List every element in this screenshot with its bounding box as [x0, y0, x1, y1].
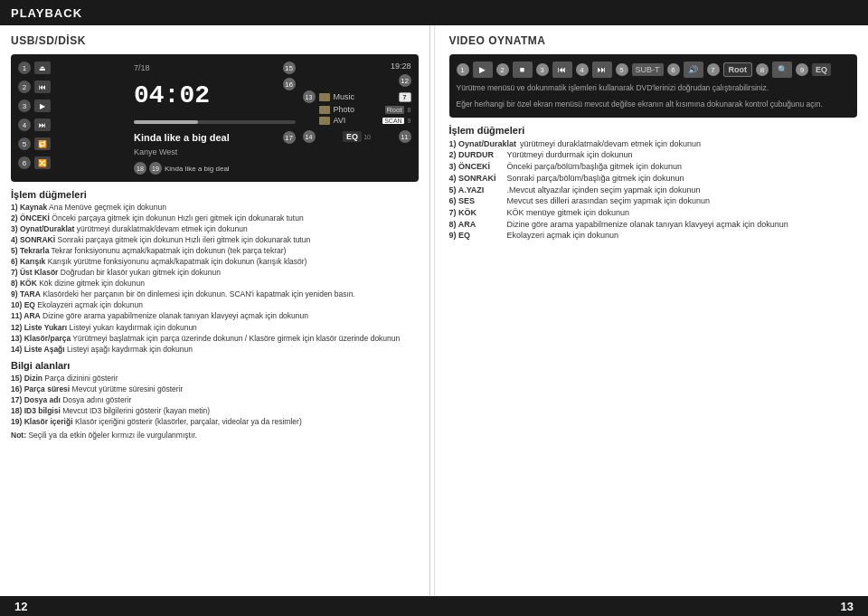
left-instr-item: 6) Karışık Karışık yürütme fonksiyonunu … [11, 257, 419, 267]
usb-section: USB/SD/DİSK [11, 34, 419, 47]
column-divider [434, 25, 435, 596]
vid-num-6[interactable]: 6 [667, 63, 680, 76]
avi-folder-row: AVI SCAN 9 [303, 116, 411, 125]
num-3: 3 [18, 100, 31, 112]
right-instr-item: 5) A.YAZI.Mevcut altyazılar içinden seçi… [449, 185, 858, 196]
root-badge-video[interactable]: Root [723, 62, 753, 77]
photo-folder-icon [319, 106, 330, 114]
num-18: 18 [134, 162, 146, 175]
source-btn[interactable]: ⏏ [34, 62, 51, 74]
video-controls: 1 ▶ 2 ■ 3 ⏮ 4 ⏭ 5 SUB-T 6 🔊 7 Root 8 🔍 [457, 62, 851, 78]
num-12: 12 [399, 74, 411, 87]
right-instr-title: İşlem düğmeleri [449, 125, 858, 136]
vid-num-9[interactable]: 9 [796, 63, 808, 76]
right-instructions: İşlem düğmeleri 1) Oynat/Duraklatyürütme… [449, 125, 858, 242]
left-section-title: USB/SD/DİSK [11, 34, 419, 47]
sub-t-badge[interactable]: SUB-T [632, 63, 664, 76]
vid-audio-btn[interactable]: 🔊 [684, 62, 703, 78]
music-label: Music [334, 92, 355, 101]
note-text: Seçili ya da etkin öğeler kırmızı ile vu… [28, 431, 197, 440]
left-instr-item: 14) Liste Aşağı Listeyi aşağı kaydırmak … [11, 345, 419, 355]
music-folder-icon [319, 93, 330, 101]
right-instr-item: 7) KÖKKÖK menüye gitmek için dokunun [449, 208, 858, 219]
progress-fill [134, 120, 198, 124]
left-instr-item: 13) Klasör/parça Yürütmeyi başlatmak içi… [11, 334, 419, 344]
main-content: USB/SD/DİSK 1 ⏏ 2 ⏮ 3 ▶ 4 ⏭ [0, 25, 868, 596]
artist-name: Kanye West [134, 147, 177, 156]
left-instr-list: 1) Kaynak Ana Menüve geçmek için dokunun… [11, 203, 419, 355]
vid-num-1[interactable]: 1 [457, 63, 469, 76]
player-row-1: 1 ⏏ [18, 62, 127, 74]
progress-bar[interactable] [134, 120, 296, 124]
avi-folder-icon [319, 117, 330, 125]
scan-badge-player: SCAN [382, 118, 403, 124]
header: PLAYBACK [0, 0, 868, 25]
vid-num-7[interactable]: 7 [707, 63, 720, 76]
vid-stop-btn[interactable]: ■ [513, 62, 533, 78]
left-instr-item: 1) Kaynak Ana Menüve geçmek için dokunun [11, 203, 419, 213]
bilgi-item: 15) Dizin Parça dizinini gösterir [11, 374, 419, 384]
right-instr-item: 8) ARADizine göre arama yapabilmenize ol… [449, 220, 858, 231]
photo-label: Photo [334, 105, 355, 114]
video-ui: 1 ▶ 2 ■ 3 ⏮ 4 ⏭ 5 SUB-T 6 🔊 7 Root 8 🔍 [449, 54, 858, 118]
left-instr-item: 4) SONRAKİ Sonraki parçaya gitmek için d… [11, 235, 419, 245]
num-label-9: 9 [408, 118, 411, 124]
num-1: 1 [18, 62, 31, 74]
num-17: 17 [283, 131, 296, 144]
num-6: 6 [18, 156, 31, 169]
num-14: 14 [303, 130, 316, 143]
vid-play-btn[interactable]: ▶ [473, 62, 493, 78]
vid-num-4[interactable]: 4 [576, 63, 589, 76]
bilgi-item: 18) ID3 bilgisi Mevcut ID3 bilgilerini g… [11, 406, 419, 416]
eq-badge-player: EQ [343, 131, 362, 142]
right-instr-item: 6) SESMevcut ses dilleri arasından seçim… [449, 196, 858, 207]
avi-label: AVI [334, 116, 346, 125]
prev-btn[interactable]: ⏮ [34, 81, 51, 93]
left-instr-item: 2) ÖNCEKİ Önceki parçaya gitmek için dok… [11, 213, 419, 223]
vid-num-3[interactable]: 3 [536, 63, 549, 76]
right-panel: VIDEO OYNATMA 1 ▶ 2 ■ 3 ⏮ 4 ⏭ 5 SUB-T 6 … [439, 25, 869, 596]
track-count: 7/18 [134, 63, 150, 72]
vid-num-8[interactable]: 8 [756, 63, 769, 76]
bilgi-list: 15) Dizin Parça dizinini gösterir16) Par… [11, 374, 419, 427]
right-instr-item: 2) DURDURYürütmeyi durdurmak için dokunu… [449, 150, 858, 161]
kinda-label-2: Kinda like a big deal [165, 165, 296, 173]
left-instr-item: 3) Oynat/Duraklat yürütmeyi duraklatmak/… [11, 224, 419, 234]
right-instr-item: 1) Oynat/Duraklatyürütmeyi duraklatmak/d… [449, 139, 858, 150]
bilgi-item: 19) Klasör içeriği Klasör içeriğini göst… [11, 417, 419, 427]
player-row-3: 3 ▶ [18, 100, 127, 112]
num-label-8: 8 [408, 107, 411, 113]
vid-num-5[interactable]: 5 [616, 63, 628, 76]
left-instr-item: 10) EQ Ekolayzeri açmak için dokunun [11, 300, 419, 310]
left-instr-item: 11) ARA Dizine göre arama yapabilmenize … [11, 311, 419, 321]
player-row-4: 4 ⏭ [18, 118, 127, 131]
footer: 12 13 [0, 596, 868, 616]
left-instr-item: 8) KÖK Kök dizine gitmek için dokunun [11, 279, 419, 289]
right-instr-item: 3) ÖNCEKİÖnceki parça/bölüm/başlığa gitm… [449, 162, 858, 173]
left-instr-item: 7) Üst Klasör Doğrudan bir klasör yukarı… [11, 268, 419, 278]
player-ui: 1 ⏏ 2 ⏮ 3 ▶ 4 ⏭ 5 🔁 [11, 54, 419, 182]
right-instr-list: 1) Oynat/Duraklatyürütmeyi duraklatmak/d… [449, 139, 858, 242]
bilgi-item: 16) Parça süresi Mevcut yürütme süresini… [11, 384, 419, 394]
vid-prev-btn[interactable]: ⏮ [552, 62, 572, 78]
num-10: 10 [363, 134, 371, 140]
shuffle-btn[interactable]: 🔀 [34, 156, 51, 169]
root-badge-player: Root [385, 106, 404, 114]
num-13-folder: 13 [303, 90, 316, 103]
eq-badge-video[interactable]: EQ [812, 63, 831, 76]
left-panel: USB/SD/DİSK 1 ⏏ 2 ⏮ 3 ▶ 4 ⏭ [0, 25, 430, 596]
vid-next-btn[interactable]: ⏭ [592, 62, 612, 78]
vid-num-2[interactable]: 2 [496, 63, 509, 76]
num-2: 2 [18, 81, 31, 93]
play-btn[interactable]: ▶ [34, 100, 51, 112]
player-right: 19:28 12 13 Music 7 Photo Root [303, 62, 411, 175]
left-instructions: İşlem düğmeleri 1) Kaynak Ana Menüve geç… [11, 189, 419, 355]
right-section-title: VIDEO OYNATMA [449, 34, 858, 47]
video-section: VIDEO OYNATMA 1 ▶ 2 ■ 3 ⏮ 4 ⏭ 5 SUB-T 6 … [449, 34, 858, 118]
next-btn[interactable]: ⏭ [34, 118, 51, 131]
left-instr-item: 5) Tekrarla Tekrar fonksiyonunu açmak/ka… [11, 246, 419, 256]
vid-ara-btn[interactable]: 🔍 [772, 62, 792, 78]
video-desc-1: Yürütme menüsü ve dokunmatik işlemleri k… [457, 83, 851, 94]
repeat-btn[interactable]: 🔁 [34, 137, 51, 150]
bilgi-item: 17) Dosya adı Dosya adını gösterir [11, 395, 419, 405]
